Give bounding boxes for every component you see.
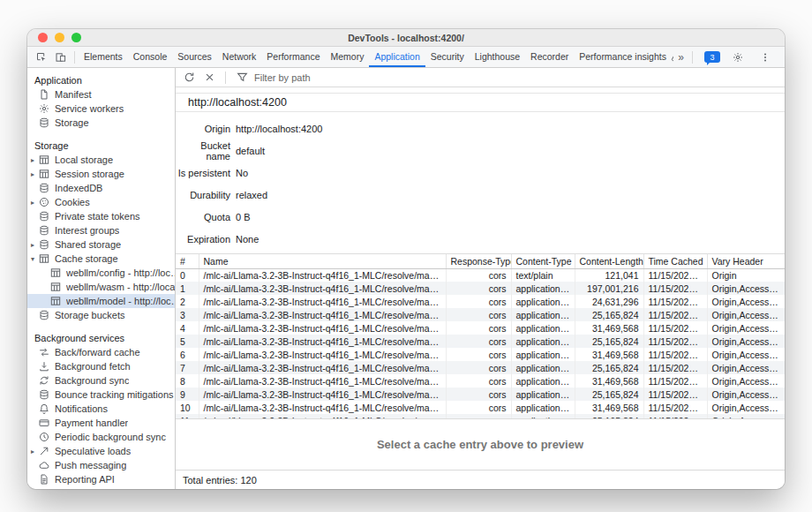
sidebar-item-label: Background fetch <box>55 361 131 372</box>
cell-time-cached: 11/15/2024, 10… <box>643 282 707 295</box>
sidebar-section-storage: Storage <box>27 139 175 153</box>
tab-performance-insights[interactable]: Performance insights <box>574 47 673 67</box>
sidebar-item-cookies[interactable]: ▸Cookies <box>27 195 175 209</box>
status-bar: Total entries: 120 <box>176 470 785 489</box>
separator <box>692 51 693 64</box>
tab-elements[interactable]: Elements <box>79 47 128 67</box>
sidebar-item-label: Shared storage <box>55 239 121 250</box>
sidebar-item-interest-groups[interactable]: Interest groups <box>27 223 175 237</box>
cell-name: /mlc-ai/Llama-3.2-3B-Instruct-q4f16_1-ML… <box>199 348 446 361</box>
chevron-down-icon[interactable]: ▾ <box>27 255 38 263</box>
menu-button[interactable] <box>756 49 775 66</box>
sidebar-item-service-workers[interactable]: Service workers <box>27 102 175 116</box>
tab-application[interactable]: Application <box>369 47 425 67</box>
bell-icon <box>38 403 50 414</box>
sidebar-item-indexeddb[interactable]: IndexedDB <box>27 181 175 195</box>
minimize-window-button[interactable] <box>55 33 64 42</box>
close-window-button[interactable] <box>38 33 48 42</box>
cache-entry-row[interactable]: 1/mlc-ai/Llama-3.2-3B-Instruct-q4f16_1-M… <box>176 282 785 295</box>
sidebar-item-webllm-config-http-loc[interactable]: webllm/config - http://loc… <box>27 266 175 280</box>
cache-entry-row[interactable]: 0/mlc-ai/Llama-3.2-3B-Instruct-q4f16_1-M… <box>176 268 785 282</box>
sidebar-item-reporting-api[interactable]: Reporting API <box>27 472 175 486</box>
filter-icon <box>237 72 248 83</box>
filter-input[interactable] <box>254 72 466 83</box>
cache-entry-row[interactable]: 4/mlc-ai/Llama-3.2-3B-Instruct-q4f16_1-M… <box>176 321 785 335</box>
sidebar-item-background-sync[interactable]: Background sync <box>27 373 175 388</box>
back-forward-icon <box>38 347 50 358</box>
column-header-vary-header[interactable]: Vary Header <box>707 254 785 268</box>
delete-selected-button[interactable] <box>201 70 217 86</box>
column-header-name[interactable]: Name <box>199 254 446 268</box>
sidebar-item-storage[interactable]: Storage <box>27 116 175 130</box>
cache-entry-row[interactable]: 10/mlc-ai/Llama-3.2-3B-Instruct-q4f16_1-… <box>176 401 785 414</box>
sidebar-item-periodic-background-sync[interactable]: Periodic background sync <box>27 430 175 444</box>
tab-sources[interactable]: Sources <box>172 47 217 67</box>
cache-entry-row[interactable]: 5/mlc-ai/Llama-3.2-3B-Instruct-q4f16_1-M… <box>176 335 785 348</box>
metadata-row-quota: Quota0 B <box>176 206 785 228</box>
column-header-[interactable]: # <box>176 254 199 268</box>
column-header-content-type[interactable]: Content-Type <box>511 254 575 268</box>
chevron-right-icon[interactable]: ▸ <box>27 241 38 249</box>
sidebar-item-notifications[interactable]: Notifications <box>27 402 175 416</box>
tab-recorder[interactable]: Recorder <box>525 47 574 67</box>
more-tabs-button[interactable]: » <box>673 51 688 64</box>
cell-: 8 <box>176 374 199 388</box>
sidebar-item-cache-storage[interactable]: ▾Cache storage <box>27 252 175 266</box>
tab-performance[interactable]: Performance <box>261 47 325 67</box>
column-header-response-type[interactable]: Response-Type <box>446 254 511 268</box>
tab-lighthouse[interactable]: Lighthouse <box>470 47 525 67</box>
tab-network[interactable]: Network <box>217 47 262 67</box>
sidebar-item-bounce-tracking-mitigations[interactable]: Bounce tracking mitigations <box>27 388 175 402</box>
chevron-right-icon[interactable]: ▸ <box>27 170 38 178</box>
sidebar-item-label: Cache storage <box>55 253 118 264</box>
tab-console[interactable]: Console <box>128 47 173 67</box>
metadata-row-origin: Originhttp://localhost:4200 <box>176 117 785 139</box>
sidebar-item-private-state-tokens[interactable]: Private state tokens <box>27 209 175 223</box>
sidebar-item-session-storage[interactable]: ▸Session storage <box>27 167 175 181</box>
inspect-element-button[interactable] <box>32 49 51 66</box>
chevron-right-icon[interactable]: ▸ <box>27 199 38 207</box>
sidebar-item-webllm-wasm-http-loca[interactable]: webllm/wasm - http://loca… <box>27 280 175 294</box>
separator <box>225 72 226 84</box>
sidebar-item-background-fetch[interactable]: Background fetch <box>27 359 175 373</box>
device-toolbar-button[interactable] <box>51 49 71 66</box>
tab-memory[interactable]: Memory <box>325 47 369 67</box>
sidebar-item-webllm-model-http-loc[interactable]: webllm/model - http://loc… <box>27 294 175 308</box>
sidebar-item-manifest[interactable]: Manifest <box>27 87 175 102</box>
chevron-right-icon[interactable]: ▸ <box>27 156 38 164</box>
sidebar-item-storage-buckets[interactable]: Storage buckets <box>27 308 175 322</box>
tab-security[interactable]: Security <box>425 47 470 67</box>
cell-content-length: 25,165,824 <box>575 388 643 401</box>
metadata-label: Quota <box>176 212 230 222</box>
settings-button[interactable] <box>728 49 748 66</box>
zoom-window-button[interactable] <box>71 33 81 42</box>
column-header-time-cached[interactable]: Time Cached <box>643 254 707 268</box>
chevron-right-icon[interactable]: ▸ <box>27 448 38 456</box>
cache-entry-row[interactable]: 7/mlc-ai/Llama-3.2-3B-Instruct-q4f16_1-M… <box>176 361 785 374</box>
cell-content-length: 25,165,824 <box>575 335 643 348</box>
cell-vary-header: Origin,Access… <box>707 361 785 374</box>
cache-entry-row[interactable]: 6/mlc-ai/Llama-3.2-3B-Instruct-q4f16_1-M… <box>176 348 785 361</box>
cache-toolbar <box>176 68 785 87</box>
refresh-button[interactable] <box>181 70 197 86</box>
sidebar-item-speculative-loads[interactable]: ▸Speculative loads <box>27 444 175 458</box>
sidebar-item-push-messaging[interactable]: Push messaging <box>27 458 175 472</box>
cache-entry-row[interactable]: 3/mlc-ai/Llama-3.2-3B-Instruct-q4f16_1-M… <box>176 308 785 321</box>
cell-name: /mlc-ai/Llama-3.2-3B-Instruct-q4f16_1-ML… <box>199 335 446 348</box>
sidebar-item-back-forward-cache[interactable]: Back/forward cache <box>27 345 175 359</box>
filter-button[interactable] <box>234 70 250 86</box>
cell-content-type: text/plain <box>511 268 575 282</box>
tab-label: Console <box>133 51 168 62</box>
sidebar-item-shared-storage[interactable]: ▸Shared storage <box>27 237 175 252</box>
cache-entry-row[interactable]: 9/mlc-ai/Llama-3.2-3B-Instruct-q4f16_1-M… <box>176 388 785 401</box>
cache-entry-row[interactable]: 2/mlc-ai/Llama-3.2-3B-Instruct-q4f16_1-M… <box>176 295 785 308</box>
sidebar-item-local-storage[interactable]: ▸Local storage <box>27 153 175 167</box>
titlebar: DevTools - localhost:4200/ <box>27 29 785 47</box>
sidebar-item-label: webllm/config - http://loc… <box>66 267 175 278</box>
sidebar-item-payment-handler[interactable]: Payment handler <box>27 416 175 430</box>
cache-entry-row[interactable]: 8/mlc-ai/Llama-3.2-3B-Instruct-q4f16_1-M… <box>176 374 785 388</box>
cell-content-length: 31,469,568 <box>575 401 643 414</box>
messages-button[interactable]: 3 <box>704 51 720 63</box>
column-header-content-length[interactable]: Content-Length <box>575 254 643 268</box>
metadata-label: Origin <box>176 124 230 134</box>
